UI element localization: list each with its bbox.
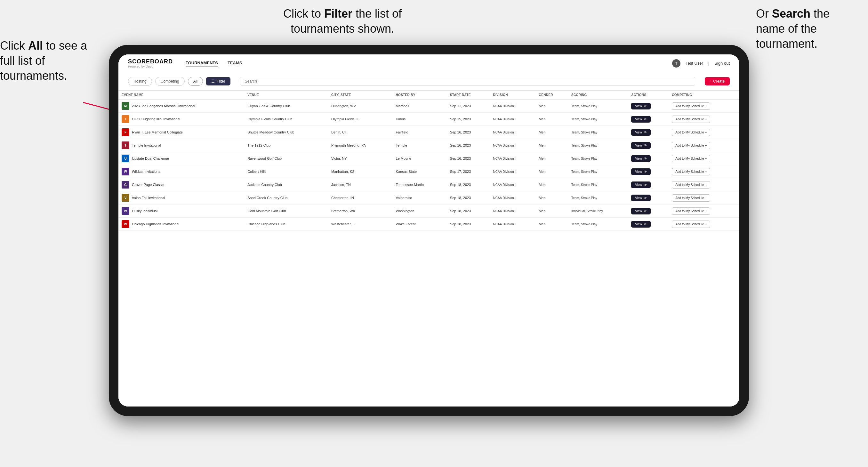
cell-division-0: NCAA Division I	[490, 99, 535, 113]
event-name-9: Chicago Highlands Invitational	[132, 222, 179, 226]
cell-event-3: T Temple Invitational	[118, 139, 244, 152]
tab-hosting[interactable]: Hosting	[128, 77, 152, 86]
user-avatar: T	[672, 59, 680, 67]
add-schedule-button-7[interactable]: Add to My Schedule +	[672, 194, 710, 201]
cell-competing-4: Add to My Schedule +	[669, 152, 739, 165]
event-name-8: Husky Individual	[132, 209, 157, 213]
add-schedule-button-9[interactable]: Add to My Schedule +	[672, 221, 710, 228]
cell-scoring-8: Individual, Stroke Play	[568, 205, 628, 218]
view-button-9[interactable]: View 👁	[631, 221, 651, 227]
cell-hosted-4: Le Moyne	[393, 152, 447, 165]
cell-date-3: Sep 16, 2023	[447, 139, 490, 152]
cell-gender-7: Men	[535, 191, 568, 205]
view-button-2[interactable]: View 👁	[631, 129, 651, 136]
cell-event-0: M 2023 Joe Feaganes Marshall Invitationa…	[118, 99, 244, 113]
col-city-state: CITY, STATE	[328, 91, 393, 99]
table-row: T Temple Invitational The 1912 Club Plym…	[118, 139, 739, 152]
nav-tournaments[interactable]: TOURNAMENTS	[186, 59, 218, 67]
add-schedule-button-2[interactable]: Add to My Schedule +	[672, 129, 710, 136]
event-name-6: Grover Page Classic	[132, 183, 164, 187]
add-schedule-button-3[interactable]: Add to My Schedule +	[672, 142, 710, 149]
view-button-0[interactable]: View 👁	[631, 103, 651, 110]
cell-date-6: Sep 18, 2023	[447, 178, 490, 191]
sign-out-link[interactable]: Sign out	[714, 61, 730, 66]
cell-action-0: View 👁	[628, 99, 669, 113]
tab-all[interactable]: All	[188, 77, 203, 86]
add-schedule-button-6[interactable]: Add to My Schedule +	[672, 181, 710, 189]
eye-icon-3: 👁	[644, 144, 647, 147]
cell-venue-4: Ravenwood Golf Club	[244, 152, 328, 165]
cell-division-6: NCAA Division I	[490, 178, 535, 191]
col-start-date: START DATE	[447, 91, 490, 99]
view-button-5[interactable]: View 👁	[631, 168, 651, 175]
add-schedule-button-4[interactable]: Add to My Schedule +	[672, 155, 710, 162]
cell-venue-9: Chicago Highlands Club	[244, 218, 328, 231]
cell-city-6: Jackson, TN	[328, 178, 393, 191]
add-schedule-button-5[interactable]: Add to My Schedule +	[672, 168, 710, 176]
eye-icon-6: 👁	[644, 183, 647, 187]
nav-teams[interactable]: TEAMS	[227, 59, 242, 67]
view-button-8[interactable]: View 👁	[631, 208, 651, 214]
cell-event-9: W Chicago Highlands Invitational	[118, 218, 244, 231]
cell-city-9: Westchester, IL	[328, 218, 393, 231]
event-name-5: Wildcat Invitational	[132, 169, 161, 174]
cell-action-5: View 👁	[628, 165, 669, 178]
table-row: W Husky Individual Gold Mountain Golf Cl…	[118, 205, 739, 218]
cell-division-5: NCAA Division I	[490, 165, 535, 178]
nav-links: TOURNAMENTS TEAMS	[186, 59, 672, 67]
table-row: M 2023 Joe Feaganes Marshall Invitationa…	[118, 99, 739, 113]
cell-hosted-2: Fairfield	[393, 126, 447, 139]
cell-scoring-0: Team, Stroke Play	[568, 99, 628, 113]
cell-division-4: NCAA Division I	[490, 152, 535, 165]
cell-city-0: Huntington, WV	[328, 99, 393, 113]
cell-city-2: Berlin, CT	[328, 126, 393, 139]
search-input[interactable]	[240, 77, 695, 86]
cell-competing-5: Add to My Schedule +	[669, 165, 739, 178]
add-schedule-button-8[interactable]: Add to My Schedule +	[672, 208, 710, 215]
cell-action-2: View 👁	[628, 126, 669, 139]
eye-icon-5: 👁	[644, 170, 647, 174]
cell-event-7: V Valpo Fall Invitational	[118, 191, 244, 205]
cell-gender-0: Men	[535, 99, 568, 113]
cell-event-5: W Wildcat Invitational	[118, 165, 244, 178]
event-name-1: OFCC Fighting Illini Invitational	[132, 117, 180, 121]
add-schedule-button-0[interactable]: Add to My Schedule +	[672, 102, 710, 110]
team-logo-0: M	[122, 102, 129, 110]
col-gender: GENDER	[535, 91, 568, 99]
cell-competing-0: Add to My Schedule +	[669, 99, 739, 113]
table-container: EVENT NAME VENUE CITY, STATE HOSTED BY S…	[118, 91, 739, 406]
cell-gender-1: Men	[535, 113, 568, 126]
toolbar: Hosting Competing All ☰ Filter + Create	[118, 72, 739, 91]
cell-action-7: View 👁	[628, 191, 669, 205]
col-competing: COMPETING	[669, 91, 739, 99]
view-button-7[interactable]: View 👁	[631, 195, 651, 201]
tournaments-table: EVENT NAME VENUE CITY, STATE HOSTED BY S…	[118, 91, 739, 231]
team-logo-7: V	[122, 194, 129, 201]
filter-icon: ☰	[211, 79, 215, 84]
cell-competing-2: Add to My Schedule +	[669, 126, 739, 139]
tablet-frame: SCOREBOARD Powered by clppd TOURNAMENTS …	[109, 45, 749, 416]
view-button-6[interactable]: View 👁	[631, 182, 651, 188]
team-logo-5: W	[122, 168, 129, 176]
add-schedule-button-1[interactable]: Add to My Schedule +	[672, 116, 710, 123]
event-name-3: Temple Invitational	[132, 144, 161, 147]
tab-competing[interactable]: Competing	[155, 77, 185, 86]
cell-city-8: Bremerton, WA	[328, 205, 393, 218]
col-event-name: EVENT NAME	[118, 91, 244, 99]
annotation-top-right: Or Search thename of thetournament.	[756, 6, 865, 51]
table-row: W Wildcat Invitational Colbert Hills Man…	[118, 165, 739, 178]
cell-division-9: NCAA Division I	[490, 218, 535, 231]
view-button-1[interactable]: View 👁	[631, 116, 651, 123]
logo-area: SCOREBOARD Powered by clppd	[128, 58, 173, 68]
filter-button[interactable]: ☰ Filter	[206, 77, 230, 86]
col-actions: ACTIONS	[628, 91, 669, 99]
eye-icon-2: 👁	[644, 131, 647, 134]
cell-scoring-3: Team, Stroke Play	[568, 139, 628, 152]
cell-gender-4: Men	[535, 152, 568, 165]
create-button[interactable]: + Create	[705, 77, 730, 86]
cell-division-1: NCAA Division I	[490, 113, 535, 126]
cell-competing-1: Add to My Schedule +	[669, 113, 739, 126]
view-button-3[interactable]: View 👁	[631, 142, 651, 149]
team-logo-6: G	[122, 181, 129, 189]
view-button-4[interactable]: View 👁	[631, 155, 651, 162]
